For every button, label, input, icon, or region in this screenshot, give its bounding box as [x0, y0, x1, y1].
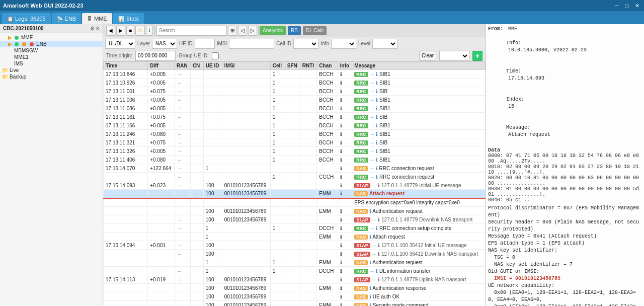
folder-icon-enb: ▶	[8, 41, 12, 47]
analytics-button[interactable]: Analytics	[260, 26, 286, 35]
add-button[interactable]: +	[472, 51, 482, 61]
tab-logs[interactable]: 📋 Logs: 36205	[2, 13, 51, 24]
time-origin-input[interactable]	[135, 51, 176, 61]
minimize-button[interactable]: ─	[613, 2, 621, 10]
table-row[interactable]: 1EMMℹNAS ℹ Attach request	[104, 233, 486, 241]
nav-prev[interactable]: ◁	[238, 26, 247, 36]
layer-select[interactable]: NAS	[152, 39, 177, 49]
sidebar-item-enb[interactable]: ▶ ENB	[0, 41, 103, 47]
table-row[interactable]: 17.15.14.113+0.019→100001010123456789ℹS1…	[104, 275, 486, 284]
table-row[interactable]: 17.13.11.001+0.075→1BCCHℹRRC → ℹ SIB	[104, 87, 486, 96]
msg-cell: RRC → ℹ RRC connection request	[352, 173, 486, 181]
msg-cell: NAS ℹ Security mode command	[352, 301, 486, 307]
badge-rrc: RRC	[354, 226, 368, 231]
table-row[interactable]: 17.15.14.093+0.023→100001010123456789ℹS1…	[104, 181, 486, 190]
tab-bar: 📋 Logs: 36205 📡 ENB 🗄 MME 📊 Stats	[0, 11, 644, 24]
info-button[interactable]: ℹ	[146, 26, 153, 36]
imsi-input[interactable]	[229, 39, 274, 49]
sidebar-settings-button[interactable]: ⚙	[90, 26, 95, 31]
nav-next[interactable]: ▷	[248, 26, 257, 36]
table-row[interactable]: →11DCCHℹRRC → ℹ DL information transfer	[104, 267, 486, 275]
table-row[interactable]: →100001010123456789EMMℹNAS Attach reques…	[104, 190, 486, 198]
play-button[interactable]: ▶	[116, 26, 125, 36]
window-controls[interactable]: ─ □ ✕	[613, 2, 641, 10]
table-row[interactable]: EPS encryption caps=0xe0 integrity caps=…	[104, 198, 486, 207]
sidebar-close-button[interactable]: ✕	[96, 26, 100, 31]
rp-index-value: 15	[508, 104, 514, 109]
table-view-button[interactable]: ⊞	[228, 26, 237, 36]
sidebar-item-backup[interactable]: 📁 Backup	[0, 73, 103, 80]
table-row[interactable]: 100001010123456789EMMℹNAS ℹ Authenticati…	[104, 284, 486, 292]
table-row[interactable]: 17.13.11.326+0.005→1BCCHℹRRC → ℹ SIB1	[104, 147, 486, 156]
table-row[interactable]: 17.13.11.246+0.080→1BCCHℹRRC → ℹ SIB1	[104, 130, 486, 138]
th-diff: Diff	[148, 62, 175, 70]
rp-time-label: Time:	[506, 68, 521, 74]
table-row[interactable]: 100001010123456789ℹNAS ℹ UE auth OK	[104, 292, 486, 301]
table-row[interactable]: 100001010123456789EMMℹNAS ℹ Authenticati…	[104, 207, 486, 215]
th-sfn: SFN	[285, 62, 300, 70]
table-row[interactable]: →100ℹS1AP → ℹ 127.0.1.100 36412 Downlink…	[104, 250, 486, 258]
log-table-wrapper[interactable]: Time Diff RAN CN UE ID IMSI Cell SFN RNT…	[103, 61, 486, 306]
main-area: CBC-2021050100 ⚙ ✕ ▶ MME ▶ ENB	[0, 24, 644, 306]
hex-line: 0040: 05 c1 ..	[488, 197, 642, 203]
msg-cell: S1AP → ℹ 127.0.1.1.48779 Uplink NAS tran…	[352, 275, 486, 284]
table-row[interactable]: →100001010123456789ℹS1AP → ℹ 127.0.1.1.4…	[104, 215, 486, 224]
table-row[interactable]: 17.15.14.094+0.001→100ℹS1AP → ℹ 127.0.1.…	[104, 241, 486, 250]
msg-cell: NAS ℹ Authentication request	[352, 207, 486, 215]
table-row[interactable]: 100001010123456789EMMℹNAS ℹ Security mod…	[104, 301, 486, 307]
prev-button[interactable]: ◀	[106, 26, 115, 36]
table-row[interactable]: 11EMMℹNAS ℹ Authentication request	[104, 258, 486, 267]
table-row[interactable]: 17.13.11.006+0.005→1BCCHℹRRC → ℹ SIB1	[104, 96, 486, 104]
rb-button[interactable]: RB	[288, 26, 301, 35]
tab-mme[interactable]: 🗄 MME	[82, 13, 112, 24]
right-panel: From: MME Info: 10.0.185.9000, v2022-02-…	[486, 24, 644, 306]
ul-dl-select[interactable]: UL/DL	[105, 39, 135, 49]
group-ue-checkbox[interactable]	[212, 52, 219, 59]
protocol-line: Old GUTI or IMSI:	[488, 268, 642, 275]
table-row[interactable]: 17.13.10.846+0.005→1BCCHℹRRC → ℹ SIB1	[104, 70, 486, 79]
tab-stats[interactable]: 📊 Stats	[113, 13, 144, 24]
ueid-input[interactable]	[195, 39, 215, 49]
table-row[interactable]: 17.13.11.166+0.005→1BCCHℹRRC → ℹ SIB1	[104, 121, 486, 130]
msg-cell: EPS encryption caps=0xe0 integrity caps=…	[352, 198, 486, 207]
msg-cell: RRC → ℹ SIB1	[352, 147, 486, 156]
sidebar-label-live: Live	[10, 67, 19, 73]
clear-select[interactable]	[439, 51, 469, 61]
sidebar-item-ims[interactable]: IMS	[0, 60, 103, 67]
search-input[interactable]	[156, 26, 227, 36]
msg-cell: RRC → ℹ DL information transfer	[352, 267, 486, 275]
sidebar-item-mme1[interactable]: MME1	[0, 54, 103, 60]
rp-message-label: Message:	[506, 125, 530, 130]
msg-cell: NAS ℹ Attach request	[352, 233, 486, 241]
sidebar-item-live[interactable]: 📁 Live	[0, 67, 103, 73]
table-row[interactable]: 17.15.14.070+122.664→1ℹNAS → ℹ RRC conne…	[104, 164, 486, 173]
info-select[interactable]	[331, 39, 356, 49]
badge-nas: NAS	[354, 286, 368, 291]
tab-enb[interactable]: 📡 ENB	[52, 13, 82, 24]
table-row[interactable]: 17.13.10.926+0.005→1BCCHℹRRC → ℹ SIB1	[104, 79, 486, 87]
level-select[interactable]	[372, 39, 397, 49]
folder-icon-backup: 📁	[2, 74, 8, 80]
table-row[interactable]: 17.13.11.161+0.075→1BCCHℹRRC → ℹ SIB	[104, 113, 486, 121]
table-row[interactable]: →1CCCHℹRRC → ℹ RRC connection request	[104, 173, 486, 181]
th-chan: Chan	[317, 62, 338, 70]
warning-button[interactable]: ⚠	[135, 26, 145, 36]
table-row[interactable]: →11DCCHℹRRC → ℹ RRC connection setup com…	[104, 224, 486, 233]
dl-calc-button[interactable]: DL Calc	[303, 26, 327, 35]
close-button[interactable]: ✕	[633, 2, 641, 10]
table-row[interactable]: 17.13.11.406+0.080→1BCCHℹRRC → ℹ SIB1	[104, 156, 486, 164]
clear-button[interactable]: Clear	[419, 51, 436, 61]
stop-button[interactable]: ■	[126, 26, 134, 36]
sidebar-item-mme[interactable]: ▶ MME	[0, 34, 103, 41]
table-row[interactable]: 17.13.11.321+0.075→1BCCHℹRRC → ℹ SIB	[104, 138, 486, 147]
cellid-select[interactable]	[293, 39, 318, 49]
table-row[interactable]: 17.13.11.086+0.005→1BCCHℹRRC → ℹ SIB1	[104, 104, 486, 113]
badge-nas: NAS	[354, 166, 368, 171]
msg-cell: NAS ℹ Authentication request	[352, 258, 486, 267]
hex-line: 0000: 07 41 71 05 09 10 10 10 32 54 76 9…	[488, 153, 642, 164]
app-title: Amarisoft Web GUI 2022-02-23	[3, 3, 83, 9]
protocol-line: TSC = 0	[488, 254, 642, 261]
sidebar-item-mbmsgw[interactable]: MBMSGW	[0, 47, 103, 54]
maximize-button[interactable]: □	[623, 2, 631, 10]
status-led-enb	[15, 42, 19, 46]
